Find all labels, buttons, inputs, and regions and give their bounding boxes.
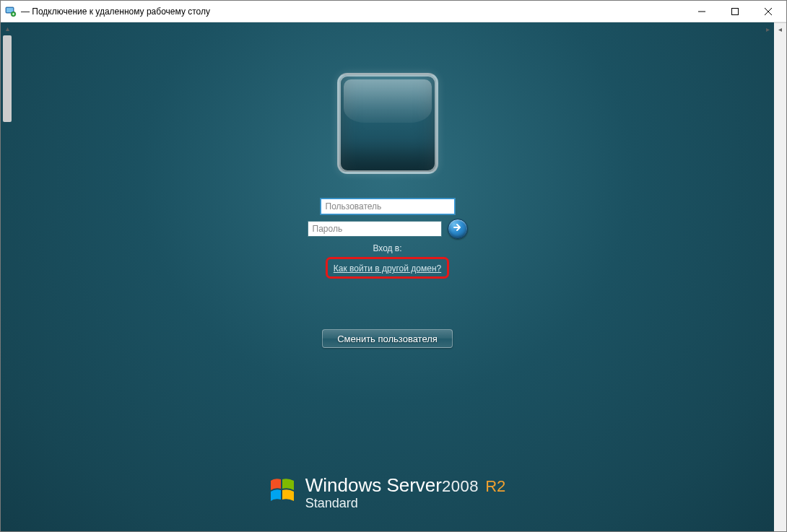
arrow-right-icon (453, 222, 463, 235)
os-branding: Windows Server2008 R2 Standard (1, 476, 774, 511)
bottom-bar: ◂ ▸ (774, 22, 786, 35)
brand-release: R2 (485, 477, 505, 495)
login-screen: Вход в: Как войти в другой домен? Сменит… (1, 22, 774, 531)
other-domain-link[interactable]: Как войти в другой домен? (334, 263, 441, 274)
brand-year: 2008 (442, 477, 479, 495)
window-controls (685, 1, 785, 22)
user-avatar-placeholder (337, 73, 438, 174)
rdp-app-icon (5, 6, 17, 17)
scroll-up-icon[interactable]: ▴ (1, 22, 13, 35)
maximize-button[interactable] (718, 1, 752, 22)
brand-edition: Standard (305, 496, 506, 511)
switch-user-button[interactable]: Сменить пользователя (322, 329, 453, 348)
brand-product-line: Windows Server2008 R2 (305, 476, 506, 494)
username-row (321, 199, 455, 214)
domain-label: Вход в: (373, 243, 401, 253)
domain-link-highlight: Как войти в другой домен? (326, 257, 449, 279)
minimize-button[interactable] (685, 1, 718, 22)
window-title: — Подключение к удаленному рабочему стол… (21, 6, 210, 17)
scroll-thumb-v[interactable] (3, 35, 12, 122)
scroll-right-icon[interactable]: ▸ (762, 23, 774, 35)
titlebar: — Подключение к удаленному рабочему стол… (1, 1, 786, 22)
username-input[interactable] (321, 199, 455, 214)
password-row (308, 219, 468, 239)
rdp-window: — Подключение к удаленному рабочему стол… (0, 0, 787, 532)
password-input[interactable] (308, 221, 442, 237)
close-button[interactable] (752, 1, 785, 22)
client-area: Вход в: Как войти в другой домен? Сменит… (1, 22, 786, 531)
brand-product: Windows Server (305, 474, 442, 496)
windows-logo-icon (269, 476, 298, 505)
submit-login-button[interactable] (448, 219, 468, 239)
svg-rect-1 (6, 8, 13, 12)
remote-desktop-viewport: Вход в: Как войти в другой домен? Сменит… (1, 22, 774, 531)
svg-rect-3 (732, 8, 739, 14)
scroll-left-icon[interactable]: ◂ (774, 23, 786, 35)
